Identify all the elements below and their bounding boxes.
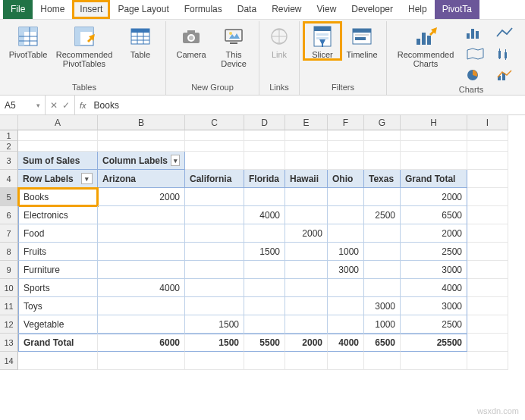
pivot-row-books[interactable]: Books <box>18 188 98 206</box>
pivot-value[interactable] <box>364 261 401 279</box>
pivot-value[interactable]: 1000 <box>364 315 401 334</box>
tab-data[interactable]: Data <box>230 0 264 19</box>
line-chart-icon[interactable] <box>492 23 520 42</box>
cell[interactable] <box>185 152 244 170</box>
cell[interactable] <box>244 130 285 141</box>
cell[interactable] <box>328 141 364 152</box>
cell[interactable] <box>328 152 364 170</box>
pivot-value[interactable]: 3000 <box>401 297 467 315</box>
pivot-value[interactable]: 3000 <box>401 261 467 279</box>
pivot-col-florida[interactable]: Florida <box>244 170 285 188</box>
row-header-9[interactable]: 9 <box>0 261 18 279</box>
cell[interactable] <box>467 188 508 206</box>
cell[interactable] <box>467 130 508 141</box>
cell[interactable] <box>467 224 508 243</box>
tab-file[interactable]: File <box>3 0 33 19</box>
tab-review[interactable]: Review <box>264 0 309 19</box>
cell[interactable] <box>467 279 508 297</box>
row-header-11[interactable]: 11 <box>0 297 18 315</box>
pivot-value[interactable]: 4000 <box>244 206 285 224</box>
pivot-value[interactable] <box>244 297 285 315</box>
cell[interactable] <box>364 152 401 170</box>
pivot-row-furniture[interactable]: Furniture <box>18 261 98 279</box>
pivot-value[interactable] <box>244 188 285 206</box>
pivot-col-arizona[interactable]: Arizona <box>98 170 185 188</box>
cell[interactable] <box>244 352 285 370</box>
cell[interactable] <box>185 130 244 141</box>
pivot-value[interactable]: 1500 <box>185 315 244 334</box>
pivot-value[interactable] <box>328 279 364 297</box>
cell[interactable] <box>285 141 328 152</box>
column-header-B[interactable]: B <box>98 115 185 130</box>
pivot-value[interactable] <box>328 315 364 334</box>
tab-home[interactable]: Home <box>33 0 72 19</box>
row-header-10[interactable]: 10 <box>0 279 18 297</box>
pivot-value[interactable]: 2500 <box>364 206 401 224</box>
pivot-value[interactable]: 2000 <box>401 224 467 243</box>
pivot-grand-total-value[interactable]: 1500 <box>185 334 244 352</box>
cancel-icon[interactable]: ✕ <box>50 100 58 111</box>
row-header-4[interactable]: 4 <box>0 170 18 188</box>
column-header-E[interactable]: E <box>285 115 328 130</box>
tab-insert[interactable]: Insert <box>72 0 110 19</box>
pivot-value[interactable] <box>364 224 401 243</box>
pivot-grand-total-value[interactable]: 6000 <box>98 334 185 352</box>
cell[interactable] <box>401 352 467 370</box>
pivot-column-labels[interactable]: Column Labels▾ <box>98 152 185 170</box>
row-header-14[interactable]: 14 <box>0 352 18 370</box>
pivot-value[interactable] <box>285 279 328 297</box>
pivot-value[interactable] <box>285 297 328 315</box>
cell[interactable] <box>467 352 508 370</box>
column-header-D[interactable]: D <box>244 115 285 130</box>
pivot-value[interactable] <box>98 206 185 224</box>
pivot-col-texas[interactable]: Texas <box>364 170 401 188</box>
tab-developer[interactable]: Developer <box>344 0 401 19</box>
pivot-value[interactable]: 3000 <box>328 261 364 279</box>
pivot-value[interactable] <box>328 188 364 206</box>
row-header-12[interactable]: 12 <box>0 315 18 334</box>
row-header-6[interactable]: 6 <box>0 206 18 224</box>
sheet-grid[interactable]: 123Sum of SalesColumn Labels▾4Row Labels… <box>0 130 525 370</box>
pivot-col-hawaii[interactable]: Hawaii <box>285 170 328 188</box>
cell[interactable] <box>18 130 98 141</box>
hierarchy-chart-icon[interactable] <box>522 23 525 42</box>
cell[interactable] <box>401 130 467 141</box>
statistical-chart-icon[interactable] <box>492 44 520 64</box>
pivot-value[interactable]: 2500 <box>401 315 467 334</box>
pivot-value[interactable] <box>98 224 185 243</box>
pivot-sum-of-sales[interactable]: Sum of Sales <box>18 152 98 170</box>
pivot-row-electronics[interactable]: Electronics <box>18 206 98 224</box>
pivot-value[interactable] <box>185 224 244 243</box>
pivot-value[interactable]: 1000 <box>328 243 364 261</box>
pivot-grand-total-value[interactable]: 5500 <box>244 334 285 352</box>
pivot-value[interactable]: 3000 <box>364 297 401 315</box>
slicer-button[interactable]: Slicer <box>304 23 341 59</box>
cell[interactable] <box>364 352 401 370</box>
scatter-chart-icon[interactable] <box>522 44 525 64</box>
cell[interactable] <box>467 141 508 152</box>
pivot-value[interactable] <box>285 261 328 279</box>
camera-button[interactable]: Camera <box>171 23 212 59</box>
pivot-grand-total-value[interactable]: 6500 <box>364 334 401 352</box>
pivot-col-ohio[interactable]: Ohio <box>328 170 364 188</box>
pivot-value[interactable] <box>244 279 285 297</box>
cell[interactable] <box>467 206 508 224</box>
tab-pivottable[interactable]: PivotTa <box>435 0 479 19</box>
column-labels-dropdown[interactable]: ▾ <box>171 155 180 166</box>
pie-chart-icon[interactable] <box>461 65 490 85</box>
pivot-value[interactable] <box>364 188 401 206</box>
cell[interactable] <box>285 152 328 170</box>
pivot-value[interactable]: 4000 <box>401 279 467 297</box>
cell[interactable] <box>467 297 508 315</box>
cell[interactable] <box>98 352 185 370</box>
pivot-value[interactable] <box>185 261 244 279</box>
column-header-I[interactable]: I <box>467 115 508 130</box>
cell[interactable] <box>244 152 285 170</box>
tab-help[interactable]: Help <box>401 0 435 19</box>
pivot-row-fruits[interactable]: Fruits <box>18 243 98 261</box>
fx-icon[interactable]: fx <box>75 101 91 110</box>
pivot-value[interactable] <box>328 206 364 224</box>
pivot-value[interactable] <box>285 206 328 224</box>
cell[interactable] <box>285 130 328 141</box>
pivot-col-california[interactable]: California <box>185 170 244 188</box>
